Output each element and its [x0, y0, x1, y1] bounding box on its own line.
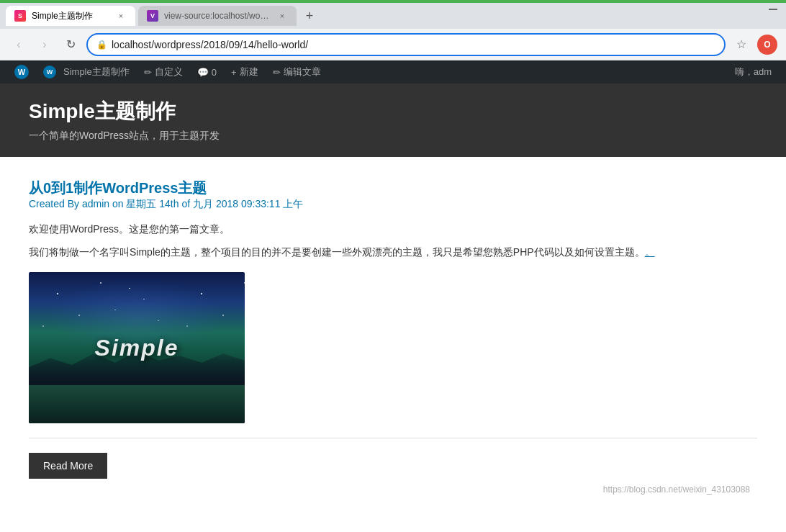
- main-content: 从0到1制作WordPress主题 Created By admin on 星期…: [0, 157, 786, 532]
- new-icon: +: [231, 67, 237, 78]
- site-title: Simple主题制作: [29, 98, 757, 125]
- wp-site-logo: W: [43, 66, 56, 78]
- bookmark-button[interactable]: ☆: [731, 35, 751, 55]
- post-title[interactable]: 从0到1制作WordPress主题: [29, 180, 207, 196]
- site-tagline: 一个简单的WordPress站点，用于主题开发: [29, 130, 757, 143]
- title-bar: S Simple主题制作 × V view-source:localhost/w…: [0, 3, 786, 29]
- tab-source[interactable]: V view-source:localhost/wordpr... ×: [138, 6, 297, 26]
- address-text: localhost/wordpress/2018/09/14/hello-wor…: [112, 39, 715, 50]
- address-input[interactable]: 🔒 localhost/wordpress/2018/09/14/hello-w…: [86, 33, 726, 56]
- post-image: Simple: [29, 272, 245, 423]
- tab-close-source[interactable]: ×: [276, 10, 288, 22]
- post-excerpt-2: 我们将制做一个名字叫Simple的主题，整个项目的目的并不是要创建一些外观漂亮的…: [29, 244, 757, 260]
- watermark: https://blog.csdn.net/weixin_43103088: [29, 479, 757, 497]
- tab-label-simple: Simple主题制作: [32, 10, 109, 22]
- new-tab-button[interactable]: +: [299, 6, 320, 26]
- forward-button[interactable]: ›: [35, 35, 55, 55]
- wp-logo: W: [14, 65, 29, 79]
- wp-logo-item[interactable]: W: [7, 60, 36, 84]
- site-header: Simple主题制作 一个简单的WordPress站点，用于主题开发: [0, 84, 786, 157]
- wp-customize-item[interactable]: ✏ 自定义: [137, 60, 190, 84]
- edit-label: 编辑文章: [284, 66, 321, 78]
- wp-admin-bar: W W Simple主题制作 ✏ 自定义 💬 0 + 新建 ✏ 编辑文章 嗨，a…: [0, 60, 786, 84]
- tab-favicon-source: V: [147, 10, 158, 22]
- water-reflection: [29, 385, 245, 423]
- greeting-text: 嗨，adm: [735, 66, 772, 78]
- customize-icon: ✏: [144, 67, 152, 78]
- wp-edit-item[interactable]: ✏ 编辑文章: [266, 60, 328, 84]
- post-image-bg: Simple: [29, 272, 245, 423]
- lock-icon: 🔒: [96, 40, 107, 50]
- tab-label-source: view-source:localhost/wordpr...: [164, 11, 271, 21]
- post-meta: Created By admin on 星期五 14th of 九月 2018 …: [29, 198, 757, 211]
- minimize-button[interactable]: [769, 9, 777, 10]
- post-excerpt-link[interactable]: 。: [645, 246, 655, 258]
- back-button[interactable]: ‹: [9, 35, 29, 55]
- wp-comments-item[interactable]: 💬 0: [190, 60, 224, 84]
- wp-greeting: 嗨，adm: [735, 66, 779, 78]
- wp-new-item[interactable]: + 新建: [224, 60, 266, 84]
- image-text: Simple: [95, 334, 179, 361]
- wp-site-name: Simple主题制作: [63, 66, 130, 78]
- edit-icon: ✏: [273, 67, 281, 78]
- comments-icon: 💬: [197, 67, 209, 78]
- tab-close-simple[interactable]: ×: [115, 10, 127, 22]
- post-divider: [29, 438, 757, 438]
- tab-simple[interactable]: S Simple主题制作 ×: [6, 6, 135, 26]
- read-more-button[interactable]: Read More: [29, 453, 107, 479]
- address-bar: ‹ › ↻ 🔒 localhost/wordpress/2018/09/14/h…: [0, 29, 786, 60]
- profile-button[interactable]: O: [757, 35, 777, 55]
- tab-favicon-simple: S: [14, 10, 26, 22]
- watermark-text: https://blog.csdn.net/weixin_43103088: [603, 484, 750, 495]
- post-excerpt-1: 欢迎使用WordPress。这是您的第一篇文章。: [29, 221, 757, 237]
- comments-count: 0: [212, 67, 217, 78]
- wp-site-name-item[interactable]: W Simple主题制作: [36, 60, 137, 84]
- reload-button[interactable]: ↻: [60, 35, 81, 55]
- customize-label: 自定义: [155, 66, 183, 78]
- new-label: 新建: [240, 66, 258, 78]
